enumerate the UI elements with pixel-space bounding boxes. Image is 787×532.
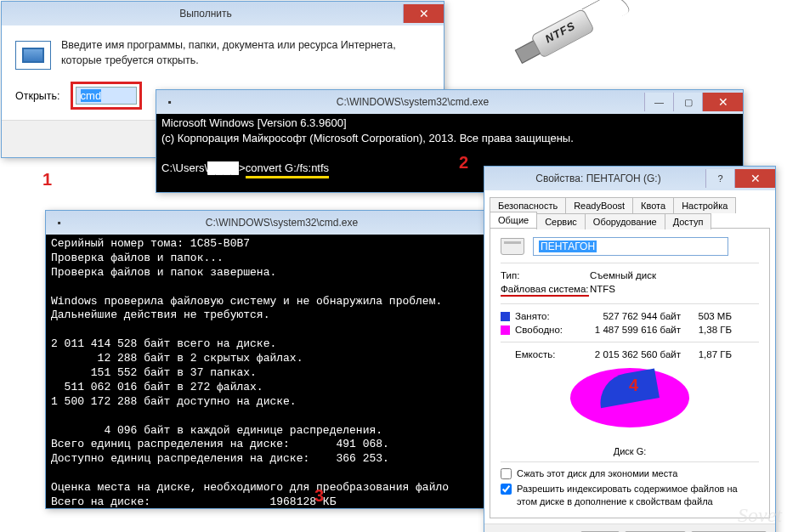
tab-ReadyBoost[interactable]: ReadyBoost (565, 197, 633, 213)
disk-label: Диск G: (501, 446, 759, 456)
close-icon[interactable]: ✕ (734, 169, 775, 188)
drive-name-input[interactable]: ПЕНТАГОН (533, 237, 728, 256)
used-color-icon (501, 312, 510, 321)
close-icon[interactable]: ✕ (702, 93, 743, 111)
tab-Настройка[interactable]: Настройка (673, 197, 736, 213)
cmd2-titlebar[interactable]: ▪ C:\WINDOWS\system32\cmd.exe (46, 211, 493, 235)
help-icon[interactable]: ? (705, 169, 734, 188)
run-input-highlight: cmd (71, 82, 142, 110)
free-human: 1,38 ГБ (681, 325, 732, 335)
cmd1-titlebar[interactable]: ▪ C:\WINDOWS\system32\cmd.exe — ▢ ✕ (156, 90, 743, 114)
free-color-icon (501, 325, 510, 335)
filesystem-label: Файловая система: (501, 284, 589, 297)
cmd-icon: ▪ (53, 217, 65, 229)
capacity-label: Емкость: (515, 349, 583, 359)
annotation-4: 4 (629, 376, 638, 395)
capacity-human: 1,87 ГБ (681, 349, 732, 359)
minimize-icon[interactable]: — (644, 93, 673, 111)
type-label: Тип: (501, 270, 590, 280)
filesystem-value: NTFS (590, 284, 615, 297)
usb-drive-illustration: NTFS (501, 0, 612, 85)
run-titlebar[interactable]: Выполнить ✕ (2, 2, 444, 25)
run-title: Выполнить (8, 8, 403, 20)
free-bytes: 1 487 599 616 байт (583, 325, 681, 335)
run-icon (15, 41, 51, 70)
tab-Доступ[interactable]: Доступ (665, 213, 712, 229)
close-icon[interactable]: ✕ (403, 4, 444, 23)
cmd2-body[interactable]: Серийный номер тома: 1C85-B0B7 Проверка … (46, 235, 493, 508)
run-description: Введите имя программы, папки, документа … (61, 37, 430, 70)
tabs-row-bottom: ОбщиеСервисОборудованиеДоступ (490, 212, 770, 228)
tab-Квота[interactable]: Квота (632, 197, 674, 213)
run-input[interactable]: cmd (76, 87, 137, 105)
props-title: Свойства: ПЕНТАГОН (G:) (491, 173, 705, 184)
cmd2-title: C:\WINDOWS\system32\cmd.exe (71, 217, 493, 229)
free-label: Свободно: (515, 325, 583, 335)
cmd1-title: C:\WINDOWS\system32\cmd.exe (181, 96, 644, 108)
props-titlebar[interactable]: Свойства: ПЕНТАГОН (G:) ? ✕ (484, 167, 775, 190)
cmd-window-2: ▪ C:\WINDOWS\system32\cmd.exe Серийный н… (45, 210, 494, 509)
annotation-1: 1 (42, 170, 52, 190)
maximize-icon[interactable]: ▢ (673, 93, 702, 111)
type-value: Съемный диск (590, 270, 656, 280)
index-checkbox[interactable]: Разрешить индексировать содержимое файло… (501, 483, 759, 507)
used-human: 503 МБ (681, 311, 732, 321)
tabs-row-top: БезопасностьReadyBoostКвотаНастройка (490, 195, 770, 212)
annotation-3: 3 (314, 486, 324, 506)
cmd-icon: ▪ (163, 96, 176, 109)
open-label: Открыть: (15, 90, 60, 102)
tab-Сервис[interactable]: Сервис (536, 213, 586, 229)
annotation-2: 2 (459, 153, 468, 173)
used-label: Занято: (515, 311, 583, 321)
tab-Общие[interactable]: Общие (490, 212, 537, 228)
tab-Оборудование[interactable]: Оборудование (585, 213, 665, 229)
properties-dialog: Свойства: ПЕНТАГОН (G:) ? ✕ Безопасность… (484, 166, 776, 532)
watermark: Sovet (738, 504, 782, 527)
drive-icon (501, 238, 524, 255)
used-bytes: 527 762 944 байт (583, 311, 681, 321)
compress-checkbox[interactable]: Сжать этот диск для экономии места (501, 467, 759, 479)
capacity-bytes: 2 015 362 560 байт (583, 349, 681, 359)
